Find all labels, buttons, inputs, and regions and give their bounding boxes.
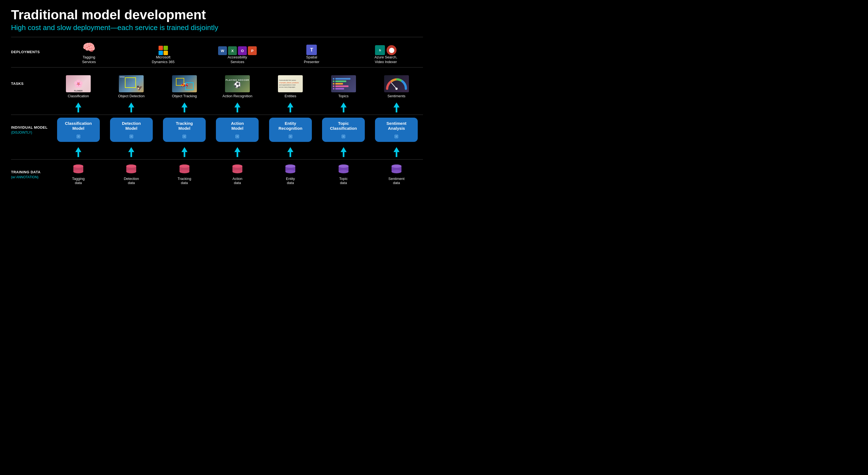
presenter-label: SpatialPresenter: [304, 55, 319, 65]
arrows-tasks-to-models: [11, 100, 423, 114]
task-sentiments-label: Sentiments: [388, 94, 405, 99]
action-model-label: ActionModel: [231, 121, 244, 131]
sentiment-model-icon: ⊞: [394, 133, 398, 139]
onenote-icon: O: [238, 46, 247, 55]
data-detection: Detectiondata: [109, 164, 153, 185]
arrow-tracking-up: [162, 102, 207, 112]
diagram: DEPLOYMENTS 🧠 TaggingServices: [11, 37, 423, 232]
tracking-model-icon: ⊞: [182, 133, 186, 139]
svg-marker-3: [128, 102, 134, 112]
accessibility-label: AccessibilityServices: [228, 55, 247, 65]
svg-marker-14: [341, 147, 347, 157]
arrow-topic-down: [321, 147, 366, 157]
word-icon: W: [218, 46, 227, 55]
svg-line-0: [391, 83, 397, 89]
deploy-item-azure: b ⬤ Azure Search,Video Indexer: [364, 45, 408, 65]
task-entities-label: Entities: [284, 94, 297, 99]
thumb-soccer: PLAYING SOCCER ⚽: [225, 75, 250, 92]
svg-marker-11: [181, 147, 187, 157]
task-tracking: 🚗 Object Tracking: [162, 75, 207, 99]
arrow-tracking-down: [162, 147, 207, 157]
tagging-data-label: Taggingdata: [72, 177, 85, 185]
topic-model-icon: ⊞: [341, 133, 345, 139]
data-topic: Topicdata: [321, 164, 366, 185]
entity-recognition-label: EntityRecognition: [278, 121, 303, 131]
svg-marker-12: [235, 147, 241, 157]
task-tracking-label: Object Tracking: [172, 94, 197, 99]
svg-point-30: [232, 170, 242, 173]
deployments-content: 🧠 TaggingServices MicrosoftDynamics 365: [52, 37, 423, 67]
tasks-content: 🌸 FLOWER Classification EAGLE 🦅 Object D…: [52, 68, 423, 100]
arrow-action-down: [215, 147, 259, 157]
thumb-text: Automatically find names of people, plac…: [278, 75, 303, 92]
svg-point-42: [392, 170, 401, 173]
azure-icons: b ⬤: [375, 45, 397, 55]
tasks-row: TASKS 🌸 FLOWER Classification E: [11, 67, 423, 100]
svg-point-39: [339, 165, 348, 168]
arrow-sentiment-down: [374, 147, 418, 157]
topic-data-label: Topicdata: [339, 177, 347, 185]
thumb-flower: 🌸 FLOWER: [66, 75, 91, 92]
card-action: ActionModel ⊞: [216, 117, 259, 142]
data-sentiment: Sentimentdata: [374, 164, 418, 185]
arrow-detection-up: [109, 102, 153, 112]
svg-point-43: [392, 165, 401, 168]
task-sentiments: Sentiments: [374, 75, 418, 99]
page-title: Traditional model development: [11, 8, 423, 22]
svg-marker-9: [75, 147, 81, 157]
db-icon-entity: [284, 164, 297, 175]
svg-marker-8: [394, 102, 400, 112]
card-sentiment: SentimentAnalysis ⊞: [375, 117, 418, 142]
task-detection: EAGLE 🦅 Object Detection: [109, 75, 153, 99]
deployments-row: DEPLOYMENTS 🧠 TaggingServices: [11, 37, 423, 67]
detection-model-icon: ⊞: [129, 133, 133, 139]
topics-visual: [331, 76, 356, 91]
db-icon-detection: [125, 164, 137, 175]
model-main-label: INDIVIDUAL MODEL: [11, 125, 52, 130]
detection-data-label: Detectiondata: [124, 177, 139, 185]
card-entity: EntityRecognition ⊞: [269, 117, 312, 142]
svg-point-18: [73, 170, 83, 173]
excel-icon: X: [228, 46, 237, 55]
task-classification-label: Classification: [68, 94, 89, 99]
sentiment-chart: [386, 78, 407, 90]
dynamics-icon: [159, 46, 168, 55]
data-action: Actiondata: [215, 164, 259, 185]
office-icons: W X O P: [218, 46, 257, 55]
data-tracking: Trackingdata: [162, 164, 207, 185]
arrow-classification-up: [56, 102, 100, 112]
svg-point-19: [73, 165, 83, 168]
arrow-sentiment-up: [374, 102, 418, 112]
deploy-item-presenter: T SpatialPresenter: [289, 45, 334, 65]
deploy-item-dynamics: MicrosoftDynamics 365: [141, 46, 185, 65]
card-classification: ClassificationModel ⊞: [57, 117, 100, 142]
page-subtitle: High cost and slow deployment—each servi…: [11, 24, 423, 32]
deploy-item-accessibility: W X O P AccessibilityServices: [215, 46, 259, 65]
svg-point-1: [395, 88, 398, 90]
svg-marker-5: [235, 102, 241, 112]
deployments-main-label: DEPLOYMENTS: [11, 50, 52, 55]
svg-point-22: [126, 170, 136, 173]
card-detection: DetectionModel ⊞: [110, 117, 153, 142]
db-icon-topic: [338, 164, 350, 175]
classification-model-icon: ⊞: [76, 133, 81, 139]
arrow-entity-down: [268, 147, 312, 157]
models-content: ClassificationModel ⊞ DetectionModel ⊞ T…: [52, 115, 423, 145]
entity-model-icon: ⊞: [288, 133, 292, 139]
page: Traditional model development High cost …: [0, 0, 434, 238]
data-entity: Entitydata: [268, 164, 312, 185]
thumb-tracking: 🚗: [172, 75, 197, 92]
svg-marker-13: [287, 147, 293, 157]
dynamics-label: MicrosoftDynamics 365: [152, 55, 175, 65]
svg-marker-10: [128, 147, 134, 157]
db-icon-tagging: [72, 164, 84, 175]
model-label-container: INDIVIDUAL MODEL (DISJOINTLY): [11, 115, 52, 145]
svg-point-23: [126, 165, 136, 168]
action-data-label: Actiondata: [232, 177, 242, 185]
deployments-label: DEPLOYMENTS: [11, 37, 52, 67]
arrow-detection-down: [109, 147, 153, 157]
entity-data-label: Entitydata: [286, 177, 295, 185]
svg-point-38: [339, 170, 348, 173]
task-entities: Automatically find names of people, plac…: [268, 75, 312, 99]
svg-point-34: [285, 170, 295, 173]
